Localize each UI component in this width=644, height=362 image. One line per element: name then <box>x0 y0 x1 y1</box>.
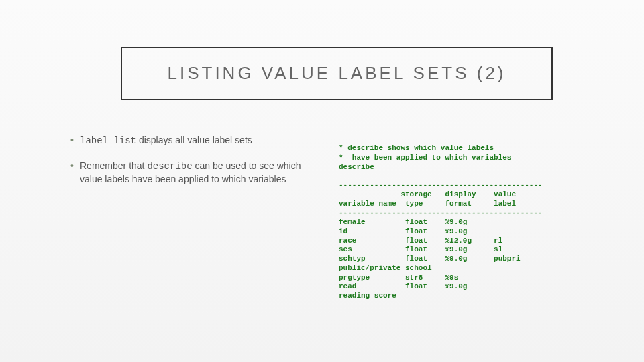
bullet-1-text: displays all value label sets <box>136 135 252 145</box>
right-column: * describe shows which value labels * ha… <box>339 144 621 301</box>
stata-output: * describe shows which value labels * ha… <box>339 144 621 301</box>
left-column: label list displays all value label sets… <box>70 134 312 198</box>
title-box: LISTING VALUE LABEL SETS (2) <box>121 47 553 100</box>
bullet-1: label list displays all value label sets <box>70 134 312 147</box>
bullet-2: Remember that describe can be used to se… <box>70 160 312 186</box>
slide: LISTING VALUE LABEL SETS (2) label list … <box>0 0 644 362</box>
bullet-2-pre: Remember that <box>80 160 147 171</box>
bullet-1-code: label list <box>80 135 136 146</box>
slide-title: LISTING VALUE LABEL SETS (2) <box>167 63 506 83</box>
bullet-2-code: describe <box>147 161 192 172</box>
